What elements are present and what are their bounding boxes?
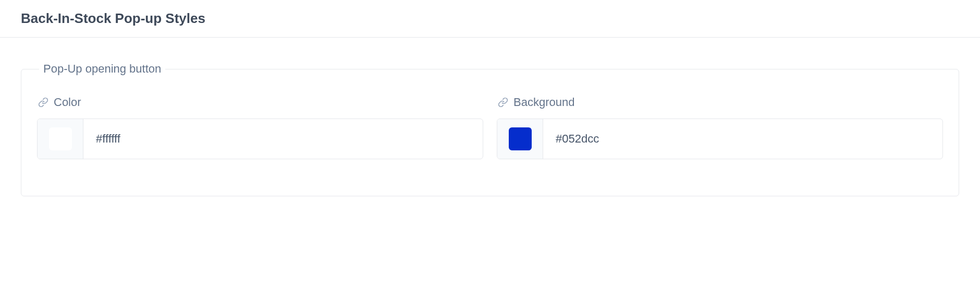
background-field: Background bbox=[497, 96, 943, 159]
color-label: Color bbox=[54, 96, 81, 109]
popup-opening-button-fieldset: Pop-Up opening button Color bbox=[21, 69, 959, 196]
page-header: Back-In-Stock Pop-up Styles bbox=[0, 0, 980, 38]
link-icon bbox=[38, 97, 48, 108]
color-swatch-button[interactable] bbox=[38, 119, 83, 159]
fields-row: Color Backgroun bbox=[37, 96, 943, 159]
color-label-row: Color bbox=[38, 96, 483, 109]
color-input-wrap bbox=[37, 119, 483, 159]
background-input-wrap bbox=[497, 119, 943, 159]
fieldset-legend: Pop-Up opening button bbox=[39, 62, 165, 76]
background-input[interactable] bbox=[543, 119, 942, 159]
background-swatch-button[interactable] bbox=[497, 119, 543, 159]
content-area: Pop-Up opening button Color bbox=[0, 38, 980, 217]
link-icon bbox=[498, 97, 508, 108]
color-swatch bbox=[49, 127, 72, 150]
color-input[interactable] bbox=[83, 119, 483, 159]
background-swatch bbox=[509, 127, 532, 150]
background-label-row: Background bbox=[498, 96, 943, 109]
background-label: Background bbox=[513, 96, 574, 109]
color-field: Color bbox=[37, 96, 483, 159]
page-title: Back-In-Stock Pop-up Styles bbox=[21, 10, 959, 27]
